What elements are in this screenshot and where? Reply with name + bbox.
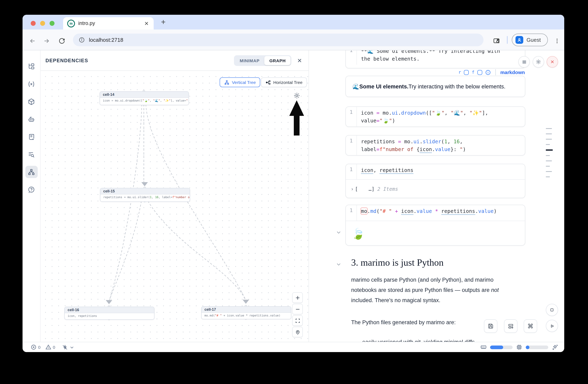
code-editor[interactable]: icon = mo.ui.dropdown(["🍃", "🌊", "✨"], v… xyxy=(357,107,525,127)
maximize-window-button[interactable] xyxy=(50,21,55,26)
tab-title: intro.py xyxy=(78,20,143,26)
ai-sparkle-icon[interactable] xyxy=(551,344,559,351)
code-editor[interactable]: repetitions = mo.ui.slider(1, 16, label=… xyxy=(357,135,525,155)
toolbar-divider xyxy=(507,36,508,44)
minimap-cell-line[interactable] xyxy=(546,134,552,134)
dependency-graph-icon xyxy=(27,168,35,176)
cell-tuple[interactable]: 1 icon, repetitions › [ …] 2 Items xyxy=(345,164,525,198)
ram-usage-meter xyxy=(490,345,513,349)
minimap-cell-line[interactable] xyxy=(546,155,550,156)
code-editor[interactable]: **🌊 Some UI elements.** Try interacting … xyxy=(357,50,525,65)
horizontal-tree-label: Horizontal Tree xyxy=(273,80,302,85)
address-bar[interactable]: localhost:2718 xyxy=(73,34,483,46)
expand-chevron[interactable]: › xyxy=(351,186,354,192)
app-view-button[interactable] xyxy=(504,319,518,333)
frozen-checkbox[interactable] xyxy=(477,70,482,75)
site-info-icon[interactable] xyxy=(79,37,85,43)
cell-md-source[interactable]: 1 **🌊 Some UI elements.** Try interactin… xyxy=(345,50,525,68)
section-paragraph-2: The Python files generated by marimo are… xyxy=(351,317,505,327)
map-pin-icon xyxy=(295,329,300,335)
app-content: DEPENDENCIES MINIMAP GRAPH ✕ xyxy=(22,50,564,342)
keyboard-shortcuts-button[interactable]: ⌘ xyxy=(524,319,537,333)
sidebar-item-ai-assistant[interactable] xyxy=(25,113,38,125)
run-button[interactable] xyxy=(546,320,558,332)
browser-tab[interactable]: m intro.py ✕ xyxy=(63,17,154,29)
tab-close-icon[interactable]: ✕ xyxy=(143,20,149,27)
vertical-tree-button[interactable]: Vertical Tree xyxy=(220,77,260,87)
cut-bottom-line: easily versioned with git, yielding mini… xyxy=(362,337,516,342)
graph-node-cell-14[interactable]: cell-14 icon = mo.ui.dropdown(["🍃", "🌊",… xyxy=(100,91,189,105)
sidebar-item-logs[interactable] xyxy=(25,148,38,160)
sidebar-item-packages[interactable] xyxy=(25,96,38,108)
wave-emoji: 🌊 xyxy=(352,83,359,90)
errors-status[interactable]: 0 xyxy=(31,344,41,350)
file-tree-icon xyxy=(27,62,35,70)
warning-triangle-icon xyxy=(45,344,51,350)
minimap-cell-line[interactable] xyxy=(546,144,550,145)
cell-footer-toggles: r f markdown xyxy=(458,69,525,75)
new-tab-button[interactable]: + xyxy=(161,18,166,26)
code-line: **🌊 Some UI elements.** Try interacting … xyxy=(361,50,500,54)
warnings-count: 0 xyxy=(53,345,55,350)
node-id: cell-15 xyxy=(100,188,190,194)
shutdown-button[interactable] xyxy=(546,56,558,68)
sidebar-item-variables[interactable] xyxy=(25,78,38,90)
zoom-in-button[interactable] xyxy=(292,292,303,303)
autorun-toggle[interactable] xyxy=(62,344,74,350)
profile-button[interactable]: Guest xyxy=(512,34,548,46)
minimap-cell-line[interactable] xyxy=(546,160,552,161)
minimize-window-button[interactable] xyxy=(40,21,45,26)
warnings-status[interactable]: 0 xyxy=(45,344,55,350)
language-badge[interactable]: markdown xyxy=(500,69,525,75)
back-icon[interactable] xyxy=(29,38,36,44)
dependency-graph-canvas[interactable]: Vertical Tree Horizontal Tree cell-14 ic… xyxy=(41,71,309,342)
cell-dropdown[interactable]: 1 icon = mo.ui.dropdown(["🍃", "🌊", "✨"],… xyxy=(345,106,525,127)
gear-icon xyxy=(536,59,541,65)
minimap-cell-line[interactable] xyxy=(546,128,552,129)
minimap-cell-line[interactable] xyxy=(546,139,552,140)
search-tabs-icon[interactable] xyxy=(493,37,500,45)
cell-slider[interactable]: 1 repetitions = mo.ui.slider(1, 16, labe… xyxy=(345,135,525,155)
minimap-cell-line[interactable] xyxy=(546,176,550,177)
minimap-cell-line[interactable] xyxy=(546,166,550,167)
collapse-output-chevron-icon[interactable] xyxy=(336,230,341,235)
md-output-bold: Some UI elements. xyxy=(359,83,409,89)
tab-minimap[interactable]: MINIMAP xyxy=(235,56,265,65)
section-paragraph: marimo cells parse Python (and only Pyth… xyxy=(351,275,505,306)
sidebar-item-file-explorer[interactable] xyxy=(25,60,38,73)
collapse-section-chevron-icon[interactable] xyxy=(336,262,341,267)
notebook-settings-button[interactable] xyxy=(533,56,544,68)
fit-view-button[interactable] xyxy=(292,315,303,326)
graph-settings-gear-icon[interactable] xyxy=(294,92,300,99)
tab-graph[interactable]: GRAPH xyxy=(265,56,291,65)
info-icon[interactable] xyxy=(485,69,491,75)
minimap-cell-line[interactable] xyxy=(546,171,552,172)
plus-icon xyxy=(295,295,300,300)
zoom-out-button[interactable] xyxy=(292,304,303,314)
save-button[interactable] xyxy=(484,319,497,333)
reveal-checkbox[interactable] xyxy=(464,70,469,75)
sidebar-item-dependencies[interactable] xyxy=(25,166,38,178)
sidebar-item-snippets[interactable] xyxy=(25,131,38,143)
locate-button[interactable] xyxy=(292,327,303,337)
errors-count: 0 xyxy=(38,345,41,350)
close-window-button[interactable] xyxy=(31,21,36,26)
graph-node-cell-17[interactable]: cell-17 mo.md("# " + icon.value * repeti… xyxy=(201,306,291,319)
code-editor[interactable]: mo.md("# " + icon.value * repetitions.va… xyxy=(357,205,525,221)
graph-node-cell-16[interactable]: cell-16 icon, repetitions xyxy=(64,307,154,320)
horizontal-tree-button[interactable]: Horizontal Tree xyxy=(261,77,307,87)
forward-icon[interactable] xyxy=(43,38,50,44)
sidebar-item-help[interactable] xyxy=(25,183,38,196)
graph-node-cell-15[interactable]: cell-15 repetitions = mo.ui.slider(1, 16… xyxy=(100,188,190,202)
paragraph-text: included. There's no magical syntax. xyxy=(351,297,440,303)
notebook-menu-button[interactable] xyxy=(518,56,530,68)
reload-icon[interactable] xyxy=(59,38,65,44)
code-editor[interactable]: icon, repetitions xyxy=(357,164,525,179)
minimap-cell-line[interactable] xyxy=(546,149,553,151)
interrupt-button[interactable] xyxy=(546,304,558,316)
status-bar: 0 0 xyxy=(22,342,564,352)
dependencies-panel-header: DEPENDENCIES MINIMAP GRAPH ✕ xyxy=(41,50,309,71)
kebab-menu-icon[interactable] xyxy=(554,38,560,44)
cell-md-expression[interactable]: 1 mo.md("# " + icon.value * repetitions.… xyxy=(345,205,525,246)
panel-close-icon[interactable]: ✕ xyxy=(297,58,302,63)
